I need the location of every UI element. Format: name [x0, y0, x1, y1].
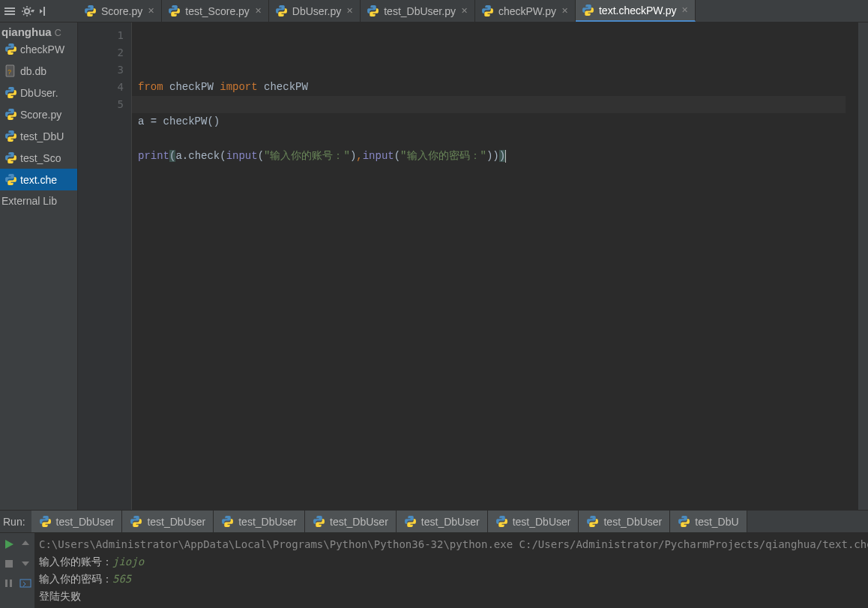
arrow-up-icon[interactable] — [19, 538, 32, 551]
tab-label: test_DbUser.py — [384, 5, 456, 17]
editor: 12345 from checkPW import checkPW a = ch… — [78, 22, 868, 510]
svg-rect-2 — [4, 13, 15, 15]
python-icon — [404, 515, 417, 528]
nav-label: db.db — [20, 65, 46, 77]
file-icon: ? — [4, 64, 17, 77]
main-area: qianghua C checkPW ?db.db DbUser. Score.… — [0, 22, 868, 510]
nav-label: text.che — [20, 174, 57, 186]
menu-icon[interactable] — [3, 4, 16, 18]
python-icon — [4, 86, 17, 99]
svg-point-3 — [25, 9, 29, 13]
editor-tabs: Score.py✕ test_Score.py✕ DbUser.py✕ test… — [78, 0, 868, 22]
run-panel: Run: test_DbUser test_DbUser test_DbUser… — [0, 510, 868, 608]
tab-label: text.checkPW.py — [599, 4, 676, 16]
run-tab[interactable]: test_DbUser — [579, 511, 670, 532]
nav-item-test-score[interactable]: test_Sco — [0, 147, 77, 169]
run-tab[interactable]: test_DbUser — [31, 511, 123, 532]
python-icon — [678, 515, 690, 528]
close-icon[interactable]: ✕ — [254, 6, 262, 16]
python-icon — [275, 4, 288, 17]
stop-icon[interactable] — [2, 557, 16, 571]
tab-test-dbuser[interactable]: test_DbUser.py✕ — [361, 0, 475, 22]
nav-item-dbuser[interactable]: DbUser. — [0, 82, 77, 103]
tab-label: DbUser.py — [292, 5, 341, 17]
python-icon — [313, 515, 325, 528]
scrollbar[interactable] — [858, 22, 868, 510]
close-icon[interactable]: ✕ — [346, 6, 354, 16]
console-body: C:\Users\Administrator\AppData\Local\Pro… — [0, 533, 868, 608]
tab-test-score[interactable]: test_Score.py✕ — [162, 0, 269, 22]
run-icon[interactable] — [2, 538, 16, 551]
svg-text:?: ? — [7, 68, 11, 76]
python-icon — [4, 151, 17, 164]
code-area[interactable]: from checkPW import checkPW a = checkPW(… — [132, 22, 858, 510]
indent-icon[interactable] — [39, 4, 52, 18]
python-icon — [481, 4, 494, 17]
tab-text-checkpw[interactable]: text.checkPW.py✕ — [576, 0, 696, 22]
nav-item-db[interactable]: ?db.db — [0, 60, 77, 82]
caret — [505, 150, 506, 163]
python-icon — [4, 173, 17, 186]
tab-label: Score.py — [101, 5, 142, 17]
nav-item-checkpw[interactable]: checkPW — [0, 38, 77, 60]
svg-rect-8 — [5, 580, 7, 587]
python-icon — [4, 43, 17, 55]
svg-rect-0 — [4, 7, 15, 9]
project-nav: qianghua C checkPW ?db.db DbUser. Score.… — [0, 22, 78, 510]
tab-dbuser[interactable]: DbUser.py✕ — [269, 0, 361, 22]
svg-rect-9 — [10, 580, 12, 587]
run-tab[interactable]: test_DbUser — [305, 511, 397, 532]
run-tab[interactable]: test_DbUser — [488, 511, 579, 532]
run-tab[interactable]: test_DbUser — [214, 511, 305, 532]
python-icon — [4, 130, 17, 142]
close-icon[interactable]: ✕ — [460, 6, 468, 16]
run-tab[interactable]: test_DbUser — [397, 511, 488, 532]
close-icon[interactable]: ✕ — [561, 6, 569, 16]
svg-rect-7 — [5, 560, 13, 568]
svg-rect-1 — [4, 10, 15, 12]
pause-icon[interactable] — [2, 577, 16, 590]
python-icon — [582, 4, 594, 16]
python-icon — [367, 4, 379, 17]
python-icon — [586, 515, 599, 528]
console-output[interactable]: C:\Users\Administrator\AppData\Local\Pro… — [34, 533, 868, 608]
python-icon — [84, 4, 97, 17]
run-tab[interactable]: test_DbUser — [122, 511, 214, 532]
nav-label: checkPW — [20, 43, 64, 55]
run-tab[interactable]: test_DbU — [670, 511, 747, 532]
nav-label: test_Sco — [20, 152, 61, 164]
tab-checkpw[interactable]: checkPW.py✕ — [475, 0, 576, 22]
line-gutter: 12345 — [78, 22, 132, 510]
tab-label: checkPW.py — [498, 5, 556, 17]
nav-item-score[interactable]: Score.py — [0, 103, 77, 125]
python-icon — [39, 515, 52, 528]
python-icon — [4, 108, 17, 121]
python-icon — [168, 4, 181, 17]
project-title[interactable]: qianghua C — [0, 22, 77, 38]
nav-label: test_DbU — [20, 130, 64, 142]
python-icon — [495, 515, 508, 528]
nav-label: Score.py — [20, 109, 61, 121]
run-tabs: Run: test_DbUser test_DbUser test_DbUser… — [0, 511, 868, 533]
svg-rect-4 — [43, 7, 45, 16]
svg-rect-10 — [20, 580, 31, 587]
tab-score[interactable]: Score.py✕ — [78, 0, 162, 22]
nav-item-text-checkpw[interactable]: text.che — [0, 169, 77, 190]
close-icon[interactable]: ✕ — [681, 5, 689, 15]
overflow-icon[interactable] — [19, 577, 32, 590]
tab-label: test_Score.py — [185, 5, 250, 17]
python-icon — [130, 515, 142, 528]
nav-label: DbUser. — [20, 87, 58, 99]
run-label: Run: — [0, 516, 31, 528]
console-tools — [0, 533, 34, 608]
arrow-down-icon[interactable] — [19, 557, 32, 571]
close-icon[interactable]: ✕ — [147, 6, 155, 16]
nav-item-test-dbuser[interactable]: test_DbU — [0, 125, 77, 147]
python-icon — [221, 515, 234, 528]
external-libraries[interactable]: External Lib — [0, 190, 77, 211]
gear-icon[interactable]: ▾ — [21, 4, 34, 18]
